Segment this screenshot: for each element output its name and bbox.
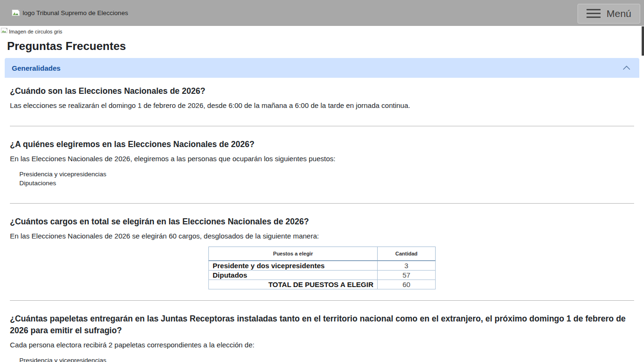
- chevron-up-icon: [622, 65, 631, 71]
- faq-question: ¿Cuántas papeletas entregarán en las Jun…: [10, 313, 634, 337]
- table-header-row: Puestos a elegirCantidad: [209, 247, 436, 261]
- menu-button-label: Menú: [606, 8, 631, 19]
- table-cell: 60: [378, 280, 436, 289]
- faq-list: Presidencia y vicepresidenciasDiputacion…: [10, 170, 634, 188]
- table-row: TOTAL DE PUESTOS A ELEGIR60: [209, 280, 436, 289]
- table-header-cell: Cantidad: [378, 247, 436, 261]
- menu-button[interactable]: Menú: [578, 4, 640, 24]
- faq-answer: Cada persona electora recibirá 2 papelet…: [10, 340, 634, 350]
- faq-answer: En las Elecciones Nacionales de 2026, el…: [10, 154, 634, 164]
- table-cell: 3: [378, 261, 436, 271]
- faq-answer: En las Elecciones Nacionales de 2026 se …: [10, 231, 634, 241]
- divider: [10, 300, 634, 301]
- page-title: Preguntas Frecuentes: [7, 40, 644, 53]
- banner-broken-image: Imagen de circulos gris: [1, 27, 62, 36]
- accordion-header-generalidades[interactable]: Generalidades: [5, 58, 639, 78]
- scrollbar-thumb[interactable]: [642, 26, 644, 56]
- broken-image-icon: [12, 9, 21, 17]
- hamburger-icon: [586, 9, 601, 18]
- table-row: Presidente y dos vicepresidentes3: [209, 261, 436, 271]
- faq-table-wrap: Puestos a elegirCantidad Presidente y do…: [208, 247, 436, 289]
- table-row: Diputados57: [209, 271, 436, 280]
- accordion-body: ¿Cuándo son las Elecciones Nacionales de…: [0, 78, 644, 362]
- accordion-title: Generalidades: [12, 64, 60, 72]
- faq-answer: Las elecciones se realizarán el domingo …: [10, 100, 634, 110]
- faq-list-item: Presidencia y vicepresidencias: [19, 170, 634, 179]
- positions-table: Puestos a elegirCantidad Presidente y do…: [208, 247, 436, 289]
- logo-alt-text: logo Tribunal Supremo de Elecciones: [23, 9, 128, 16]
- table-cell: 57: [378, 271, 436, 280]
- banner-alt-text: Imagen de circulos gris: [9, 29, 62, 34]
- divider: [10, 203, 634, 204]
- broken-image-icon: [1, 27, 8, 36]
- faq-list-item: Diputaciones: [19, 179, 634, 188]
- faq-list: Presidencia y vicepresidenciasDiputacion…: [10, 356, 634, 362]
- table-cell: Presidente y dos vicepresidentes: [209, 261, 378, 271]
- table-header-cell: Puestos a elegir: [209, 247, 378, 261]
- logo-link[interactable]: logo Tribunal Supremo de Elecciones: [12, 9, 128, 17]
- faq-item: ¿Cuántas papeletas entregarán en las Jun…: [10, 313, 634, 362]
- faq-list-item: Presidencia y vicepresidencias: [19, 356, 634, 362]
- faq-item: ¿A quiénes elegiremos en las Elecciones …: [10, 139, 634, 188]
- table-cell: TOTAL DE PUESTOS A ELEGIR: [209, 280, 378, 289]
- app-header: logo Tribunal Supremo de Elecciones Menú: [0, 0, 644, 26]
- faq-question: ¿Cuándo son las Elecciones Nacionales de…: [10, 85, 634, 97]
- faq-item: ¿Cuántos cargos en total se elegirán en …: [10, 216, 634, 289]
- divider: [10, 126, 634, 126]
- faq-item: ¿Cuándo son las Elecciones Nacionales de…: [10, 85, 634, 110]
- table-cell: Diputados: [209, 271, 378, 280]
- faq-question: ¿A quiénes elegiremos en las Elecciones …: [10, 139, 634, 150]
- faq-question: ¿Cuántos cargos en total se elegirán en …: [10, 216, 634, 228]
